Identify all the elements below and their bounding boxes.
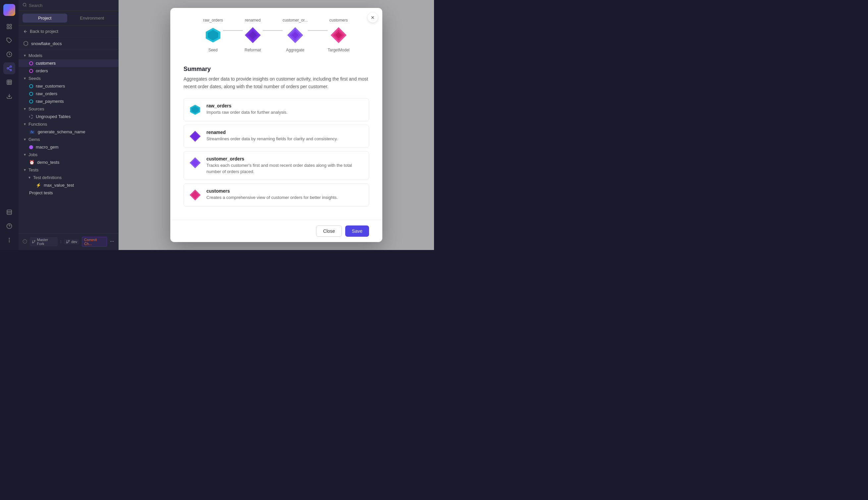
pipeline-label-raw-orders: raw_orders bbox=[203, 18, 223, 23]
svg-point-40 bbox=[113, 241, 114, 241]
nav-icon-tag[interactable] bbox=[3, 34, 15, 46]
tree-section-functions[interactable]: ▼ Functions bbox=[19, 120, 118, 128]
svg-point-26 bbox=[23, 3, 26, 6]
tree-item-raw-payments[interactable]: raw_payments bbox=[19, 98, 118, 105]
dot-icon bbox=[29, 100, 33, 103]
svg-line-11 bbox=[8, 67, 10, 68]
close-button[interactable]: Close bbox=[316, 226, 342, 237]
svg-point-36 bbox=[69, 240, 70, 241]
commit-label: Commit Ch... bbox=[84, 238, 97, 246]
svg-rect-2 bbox=[10, 24, 12, 26]
card-name: customer_orders bbox=[207, 156, 364, 161]
functions-label: Functions bbox=[28, 122, 47, 127]
nav-icon-grid[interactable] bbox=[3, 76, 15, 88]
pipeline-node-renamed: renamed Reformat bbox=[243, 18, 263, 53]
item-label: orders bbox=[36, 68, 48, 73]
save-button[interactable]: Save bbox=[345, 226, 369, 237]
svg-point-38 bbox=[110, 241, 111, 241]
svg-point-9 bbox=[10, 69, 12, 71]
tree-section-gems[interactable]: ▼ Gems bbox=[19, 136, 118, 143]
arrow-icon: ▼ bbox=[23, 153, 26, 157]
pipeline-label-seed: Seed bbox=[208, 48, 218, 53]
pipeline-label-customer-or: customer_or... bbox=[283, 18, 308, 23]
tree-section-seeds[interactable]: ▼ Seeds bbox=[19, 75, 118, 82]
search-input[interactable] bbox=[29, 3, 114, 8]
pipeline-label-renamed: renamed bbox=[245, 18, 260, 23]
tab-project[interactable]: Project bbox=[23, 14, 67, 23]
search-icon bbox=[23, 3, 27, 8]
nav-icon-download[interactable] bbox=[3, 90, 15, 102]
tests-label: Tests bbox=[28, 168, 38, 172]
test-defs-label: Test definitions bbox=[33, 175, 62, 180]
tree-item-demo-tests[interactable]: ⏰ demo_tests bbox=[19, 159, 118, 166]
tree-section-models[interactable]: ▼ Models bbox=[19, 52, 118, 59]
card-desc: Tracks each customer's first and most re… bbox=[207, 162, 364, 175]
nav-icon-files[interactable] bbox=[3, 21, 15, 33]
card-customer-orders: customer_orders Tracks each customer's f… bbox=[184, 151, 369, 180]
tree-item-raw-customers[interactable]: raw_customers bbox=[19, 82, 118, 90]
card-text-raw-orders: raw_orders Imports raw order data for fu… bbox=[207, 103, 288, 116]
svg-marker-0 bbox=[6, 7, 13, 13]
tree-item-macro-gem[interactable]: macro_gem bbox=[19, 143, 118, 151]
tab-environment[interactable]: Environment bbox=[70, 14, 115, 23]
dot-icon bbox=[29, 61, 33, 65]
svg-point-24 bbox=[9, 240, 10, 240]
svg-rect-12 bbox=[7, 80, 12, 84]
pipeline-label-customers: customers bbox=[329, 18, 348, 23]
back-link[interactable]: Back to project bbox=[19, 25, 118, 37]
project-name: snowflake_docs bbox=[31, 41, 62, 46]
models-label: Models bbox=[28, 53, 43, 58]
pipeline-icon-aggregate bbox=[285, 25, 305, 45]
card-renamed: renamed Streamlines order data by renami… bbox=[184, 125, 369, 148]
card-text-renamed: renamed Streamlines order data by renami… bbox=[207, 130, 338, 142]
pipeline-node-customer-orders: customer_or... Aggregate bbox=[283, 18, 308, 53]
pipeline-label-reformat: Reformat bbox=[245, 48, 261, 53]
gems-label: Gems bbox=[28, 137, 40, 142]
tree-section-test-defs[interactable]: ▼ Test definitions bbox=[19, 174, 118, 181]
tree-item-ungrouped-tables[interactable]: Ungrouped Tables bbox=[19, 113, 118, 120]
gem-icon bbox=[29, 145, 33, 149]
tree-item-max-value-test[interactable]: ⚡ max_value_test bbox=[19, 181, 118, 189]
item-label: generate_schema_name bbox=[38, 129, 85, 134]
sep-label: : bbox=[60, 239, 61, 244]
tree-item-generate-schema-name[interactable]: fx generate_schema_name bbox=[19, 128, 118, 136]
svg-point-33 bbox=[34, 240, 35, 241]
nav-icon-more[interactable] bbox=[3, 234, 15, 246]
fx-icon: fx bbox=[29, 130, 35, 134]
item-label: macro_gem bbox=[36, 145, 59, 149]
modal-close-button[interactable]: ✕ bbox=[368, 13, 378, 23]
nav-icon-table[interactable] bbox=[3, 206, 15, 218]
app-logo bbox=[3, 4, 15, 16]
card-raw-orders: raw_orders Imports raw order data for fu… bbox=[184, 98, 369, 121]
tree-section-sources[interactable]: ▼ Sources bbox=[19, 105, 118, 113]
pipeline-node-customers: customers TargetModel bbox=[328, 18, 350, 53]
nav-icon-help[interactable] bbox=[3, 220, 15, 232]
tree-item-raw-orders[interactable]: raw_orders bbox=[19, 90, 118, 98]
svg-point-25 bbox=[9, 242, 10, 242]
arrow-icon: ▼ bbox=[23, 107, 26, 111]
svg-rect-4 bbox=[7, 27, 9, 29]
sources-label: Sources bbox=[28, 106, 44, 111]
tree-item-orders[interactable]: orders bbox=[19, 67, 118, 75]
jobs-label: Jobs bbox=[28, 152, 37, 157]
nav-icon-graph[interactable] bbox=[3, 62, 15, 74]
back-label: Back to project bbox=[30, 29, 58, 34]
connector-1 bbox=[223, 30, 243, 31]
tree-item-customers[interactable]: customers bbox=[19, 59, 118, 67]
svg-point-7 bbox=[10, 66, 12, 68]
card-icon-raw-orders bbox=[188, 103, 202, 116]
pulse-icon: ⚡ bbox=[36, 183, 41, 188]
item-label: max_value_test bbox=[44, 183, 74, 188]
arrow-icon: ▼ bbox=[23, 122, 26, 126]
more-icon[interactable] bbox=[110, 239, 114, 245]
tree-item-project-tests[interactable]: Project tests bbox=[19, 189, 118, 197]
tree-section-jobs[interactable]: ▼ Jobs bbox=[19, 151, 118, 159]
summary-title: Summary bbox=[184, 66, 369, 72]
branch-label: Master Fork bbox=[37, 238, 56, 246]
tree-section-tests[interactable]: ▼ Tests bbox=[19, 166, 118, 174]
modal-dialog: ✕ raw_orders Seed bbox=[170, 8, 382, 242]
nav-icon-history[interactable] bbox=[3, 48, 15, 60]
card-name: renamed bbox=[207, 130, 338, 135]
pipeline-icon-reformat bbox=[243, 25, 263, 45]
card-icon-renamed bbox=[188, 130, 202, 143]
